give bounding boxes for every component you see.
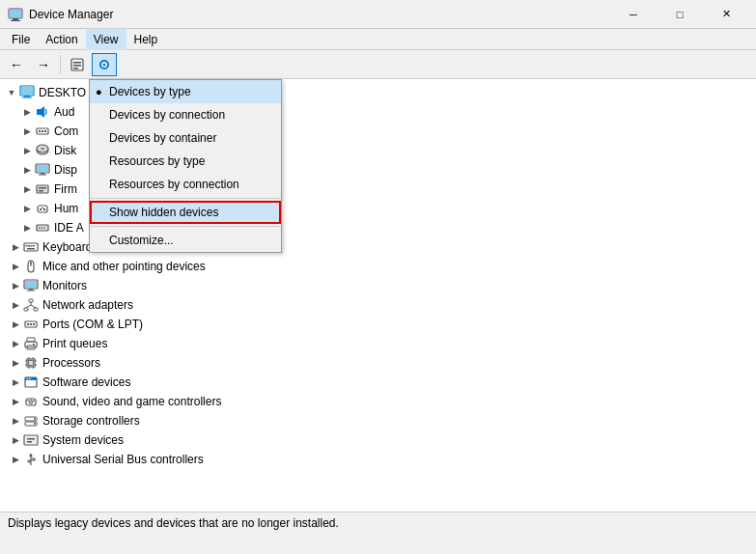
svg-rect-24 xyxy=(37,165,48,172)
menu-file[interactable]: File xyxy=(4,29,38,50)
expand-hum[interactable]: ▶ xyxy=(19,201,35,216)
svg-rect-31 xyxy=(40,208,42,210)
print-icon xyxy=(23,336,39,351)
tree-item-monitors[interactable]: ▶ Monitors xyxy=(0,276,756,295)
network-icon xyxy=(23,297,39,313)
svg-rect-36 xyxy=(42,227,43,229)
main-content: ▼ DESKTO ▶ Aud xyxy=(0,79,756,533)
close-button[interactable]: ✕ xyxy=(704,0,748,29)
tree-item-ports[interactable]: ▶ Ports (COM & LPT) xyxy=(0,315,756,334)
svg-rect-57 xyxy=(27,323,29,325)
processor-icon xyxy=(23,355,39,371)
tree-item-print[interactable]: ▶ Print queues xyxy=(0,334,756,353)
expand-firm[interactable]: ▶ xyxy=(19,181,35,197)
menu-help[interactable]: Help xyxy=(126,29,166,50)
expand-disp[interactable]: ▶ xyxy=(19,162,35,178)
expand-ide[interactable]: ▶ xyxy=(19,220,35,235)
svg-rect-58 xyxy=(30,323,32,325)
svg-point-45 xyxy=(30,263,32,264)
svg-rect-5 xyxy=(73,62,81,64)
svg-marker-92 xyxy=(29,454,33,457)
window-title: Device Manager xyxy=(29,8,611,21)
tree-item-sound[interactable]: ▶ Sound, video and game controllers xyxy=(0,392,756,411)
menu-action[interactable]: Action xyxy=(38,29,85,50)
tree-item-usb[interactable]: ▶ Universal Serial Bus controllers xyxy=(0,450,756,469)
tree-item-hum-label: Hum xyxy=(54,202,78,215)
ports-icon xyxy=(35,124,50,139)
toolbar-back[interactable]: ← xyxy=(4,53,29,76)
separator-2 xyxy=(90,226,281,227)
toolbar-forward[interactable]: → xyxy=(31,53,56,76)
expand-com[interactable]: ▶ xyxy=(19,124,35,139)
svg-rect-52 xyxy=(34,308,38,311)
svg-rect-65 xyxy=(29,361,34,366)
menu-item-res-connection[interactable]: Resources by connection xyxy=(90,173,281,196)
tree-item-mice[interactable]: ▶ Mice and other pointing devices xyxy=(0,257,756,276)
expand-monitors[interactable]: ▶ xyxy=(8,278,23,293)
tree-item-storage-label: Storage controllers xyxy=(42,414,140,428)
menu-item-res-connection-label: Resources by connection xyxy=(109,178,239,191)
svg-rect-3 xyxy=(10,10,21,17)
tree-item-software[interactable]: ▶ Software devices xyxy=(0,373,756,392)
svg-rect-28 xyxy=(39,187,46,189)
menu-item-res-type-label: Resources by type xyxy=(109,154,205,168)
svg-rect-42 xyxy=(33,245,35,247)
expand-root[interactable]: ▼ xyxy=(4,85,19,100)
expand-sound[interactable]: ▶ xyxy=(8,394,23,409)
tree-item-ports-label: Ports (COM & LPT) xyxy=(42,318,143,331)
expand-print[interactable]: ▶ xyxy=(8,336,23,351)
expand-network[interactable]: ▶ xyxy=(8,297,23,313)
view-dropdown-menu: ● Devices by type Devices by connection … xyxy=(89,79,282,253)
expand-software[interactable]: ▶ xyxy=(8,374,23,390)
tree-item-storage[interactable]: ▶ Storage controllers xyxy=(0,411,756,430)
expand-usb[interactable]: ▶ xyxy=(8,452,23,467)
audio-icon xyxy=(35,104,50,120)
tree-item-processors[interactable]: ▶ Processors xyxy=(0,353,756,373)
svg-point-85 xyxy=(34,418,36,420)
menu-item-by-connection[interactable]: Devices by connection xyxy=(90,103,281,126)
toolbar-properties[interactable] xyxy=(65,53,90,76)
tree-item-aud-label: Aud xyxy=(54,105,74,119)
expand-disk[interactable]: ▶ xyxy=(19,143,35,158)
tree-item-network[interactable]: ▶ Network adapters xyxy=(0,295,756,315)
svg-rect-47 xyxy=(25,281,37,288)
expand-system[interactable]: ▶ xyxy=(8,432,23,448)
svg-rect-48 xyxy=(29,289,33,291)
tree-item-network-label: Network adapters xyxy=(42,298,133,312)
expand-ports[interactable]: ▶ xyxy=(8,317,23,332)
app-icon xyxy=(8,7,23,22)
tree-item-system[interactable]: ▶ System devices xyxy=(0,430,756,450)
svg-rect-2 xyxy=(11,20,20,21)
svg-rect-32 xyxy=(43,208,45,210)
svg-rect-63 xyxy=(33,344,35,346)
svg-rect-41 xyxy=(31,245,33,247)
menu-item-by-type[interactable]: ● Devices by type xyxy=(90,80,281,103)
toolbar-active[interactable] xyxy=(92,53,117,76)
hid-icon xyxy=(35,201,50,216)
tree-item-disk-label: Disk xyxy=(54,144,76,157)
menu-item-res-type[interactable]: Resources by type xyxy=(90,150,281,173)
expand-processors[interactable]: ▶ xyxy=(8,355,23,371)
menu-view[interactable]: View xyxy=(86,29,126,50)
expand-storage[interactable]: ▶ xyxy=(8,413,23,429)
disk-icon xyxy=(35,143,50,158)
menu-item-show-hidden-label: Show hidden devices xyxy=(109,206,218,219)
svg-rect-39 xyxy=(26,245,28,247)
menu-item-customize[interactable]: Customize... xyxy=(90,229,281,252)
svg-point-81 xyxy=(27,400,29,402)
tree-item-usb-label: Universal Serial Bus controllers xyxy=(42,453,204,466)
svg-rect-40 xyxy=(28,245,30,247)
menu-item-by-container[interactable]: Devices by container xyxy=(90,126,281,150)
expand-mice[interactable]: ▶ xyxy=(8,259,23,274)
svg-rect-26 xyxy=(39,175,46,176)
svg-rect-35 xyxy=(39,227,41,229)
keyboard-icon xyxy=(23,239,39,255)
tree-root-label: DESKTO xyxy=(39,86,86,99)
maximize-button[interactable]: □ xyxy=(658,0,702,29)
minimize-button[interactable]: ─ xyxy=(611,0,656,29)
svg-point-22 xyxy=(41,148,44,150)
svg-rect-90 xyxy=(27,441,32,443)
menu-item-show-hidden[interactable]: Show hidden devices xyxy=(90,201,281,224)
expand-keyboards[interactable]: ▶ xyxy=(8,239,23,255)
expand-aud[interactable]: ▶ xyxy=(19,104,35,120)
